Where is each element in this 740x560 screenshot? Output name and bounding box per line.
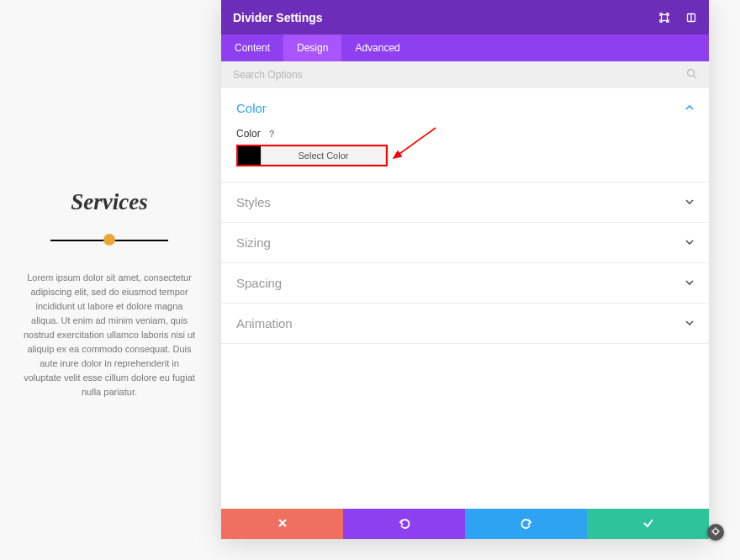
section-animation-head[interactable]: Animation [221,304,709,343]
section-animation: Animation [221,304,709,344]
redo-icon [521,517,532,531]
section-sizing-head[interactable]: Sizing [221,223,709,262]
section-styles-head[interactable]: Styles [221,182,709,222]
section-color: Color Color ? Select Color [221,88,709,182]
chevron-up-icon [685,103,694,114]
floating-action-button[interactable] [707,524,724,541]
section-styles-title: Styles [236,195,271,209]
panel-tabs: Content Design Advanced [221,34,709,61]
section-styles: Styles [221,182,709,223]
panel-header: Divider Settings [221,0,709,34]
svg-point-3 [688,70,695,77]
fab-icon [711,527,720,537]
expand-icon[interactable] [658,12,670,24]
tab-content[interactable]: Content [221,34,283,61]
close-icon [278,517,288,531]
tab-design[interactable]: Design [283,34,341,61]
panel-body: Color Color ? Select Color Styles [221,88,709,509]
search-icon [686,68,697,82]
svg-rect-0 [662,14,668,20]
svg-line-4 [694,76,697,79]
tab-advanced[interactable]: Advanced [341,34,413,61]
preview-body-text: Lorem ipsum dolor sit amet, consectetur … [17,271,202,399]
chevron-down-icon [685,197,694,209]
color-swatch[interactable] [238,146,261,165]
color-field-label-row: Color ? [236,128,694,140]
divider-dot [103,234,115,246]
select-color-button[interactable]: Select Color [261,146,386,165]
section-spacing: Spacing [221,263,709,304]
chevron-down-icon [685,318,694,330]
page-preview: Services Lorem ipsum dolor sit amet, con… [0,0,219,560]
panel-title: Divider Settings [233,11,323,24]
snap-icon[interactable] [685,12,697,24]
section-sizing-title: Sizing [236,235,271,250]
preview-divider [50,234,168,246]
section-spacing-head[interactable]: Spacing [221,263,709,303]
chevron-down-icon [685,237,694,249]
color-picker: Select Color [236,145,388,166]
save-button[interactable] [587,509,709,539]
undo-button[interactable] [343,509,465,539]
check-icon [642,517,654,531]
preview-heading: Services [17,189,202,215]
help-icon[interactable]: ? [269,129,275,139]
chevron-down-icon [685,277,694,289]
search-placeholder-text: Search Options [233,69,303,81]
settings-panel: Divider Settings Content Design Advanced… [221,0,709,539]
panel-footer [221,509,709,539]
section-sizing: Sizing [221,223,709,263]
undo-icon [399,517,410,531]
svg-point-6 [713,529,718,534]
header-icons [658,12,697,24]
section-color-head[interactable]: Color [221,88,709,128]
section-spacing-title: Spacing [236,276,282,290]
redo-button[interactable] [465,509,587,539]
section-animation-title: Animation [236,316,293,330]
section-color-content: Color ? Select Color [221,128,709,182]
search-row[interactable]: Search Options [221,61,709,88]
cancel-button[interactable] [221,509,343,539]
color-field-label: Color [236,128,261,140]
section-color-title: Color [236,101,267,115]
